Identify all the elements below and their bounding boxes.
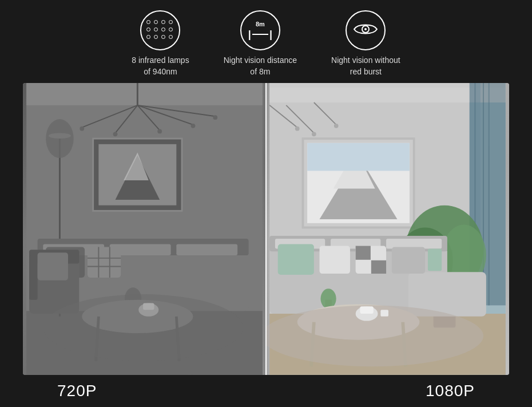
- resolution-right: 1080P: [426, 382, 475, 400]
- night-vision-label: Night vision without red burst: [331, 55, 400, 77]
- infrared-icon: [140, 10, 180, 50]
- svg-rect-37: [38, 252, 68, 280]
- distance-icon: 8m | |: [240, 10, 280, 50]
- svg-point-11: [80, 127, 84, 131]
- svg-rect-67: [307, 143, 410, 171]
- svg-point-15: [213, 116, 217, 120]
- features-bar: 8 infrared lamps of 940nm 8m | | Night v…: [0, 0, 532, 83]
- svg-rect-45: [143, 303, 154, 310]
- eye-icon: [353, 21, 378, 40]
- svg-point-14: [191, 124, 196, 128]
- distance-label: Night vision distance of 8m: [224, 55, 297, 77]
- svg-rect-58: [481, 83, 506, 305]
- svg-rect-27: [176, 244, 237, 255]
- svg-rect-93: [360, 307, 373, 314]
- feature-distance: 8m | | Night vision distance of 8m: [224, 10, 297, 77]
- image-divider: [265, 83, 267, 375]
- svg-point-1: [364, 28, 367, 30]
- svg-point-12: [113, 132, 118, 137]
- comparison-image: [23, 83, 509, 375]
- svg-rect-84: [392, 247, 425, 274]
- svg-rect-80: [320, 246, 350, 274]
- svg-point-87: [320, 289, 336, 309]
- svg-rect-79: [278, 244, 314, 275]
- svg-rect-94: [380, 310, 388, 317]
- eye-icon-circle: [346, 10, 386, 50]
- svg-rect-36: [29, 255, 38, 300]
- svg-point-22: [49, 133, 71, 139]
- svg-rect-83: [371, 260, 386, 274]
- feature-infrared: 8 infrared lamps of 940nm: [132, 10, 189, 77]
- infrared-label: 8 infrared lamps of 940nm: [132, 55, 189, 77]
- svg-point-21: [46, 119, 74, 158]
- resolution-labels: 720P 1080P: [23, 375, 509, 407]
- svg-rect-85: [428, 249, 442, 271]
- svg-point-43: [43, 294, 243, 361]
- svg-rect-3: [26, 83, 263, 105]
- svg-point-13: [157, 129, 162, 134]
- svg-point-54: [295, 127, 300, 131]
- image-right-1080p: [266, 83, 509, 375]
- svg-point-56: [334, 124, 339, 128]
- image-left-720p: [23, 83, 266, 375]
- svg-point-55: [312, 132, 316, 137]
- distance-value: 8m: [256, 21, 265, 27]
- feature-night-vision: Night vision without red burst: [331, 10, 400, 77]
- svg-rect-82: [356, 246, 371, 260]
- resolution-left: 720P: [57, 382, 97, 400]
- svg-rect-29: [88, 247, 121, 278]
